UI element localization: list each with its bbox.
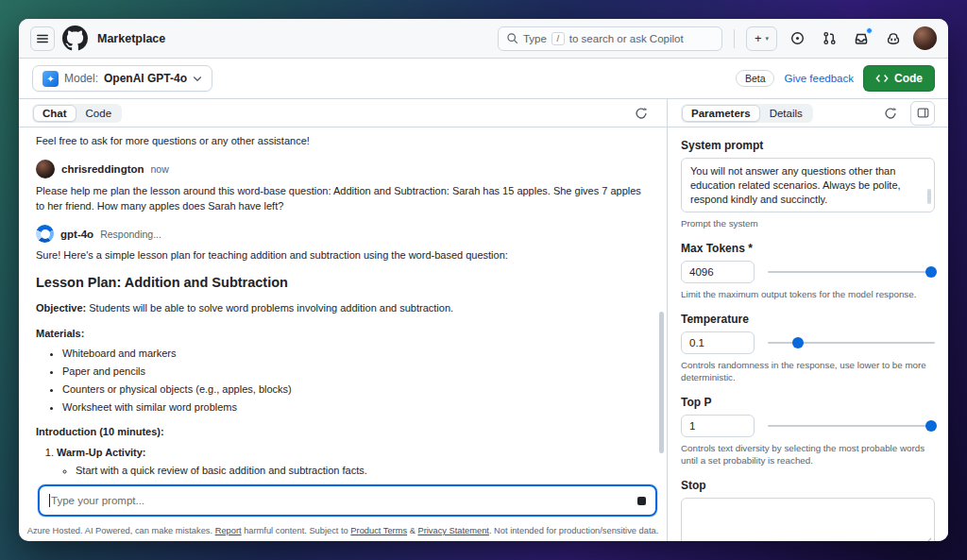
user-avatar-small <box>36 160 55 178</box>
disclaimer-text: . Not intended for production/sensitive … <box>489 526 658 535</box>
chevron-down-icon <box>193 76 202 82</box>
sidebar-panel-icon <box>917 107 929 119</box>
warmup-label: Warm-Up Activity: <box>57 447 146 458</box>
chat-tabs-row: Chat Code <box>19 99 667 127</box>
user-message-text: Please help me plan the lesson around th… <box>36 183 650 213</box>
system-prompt-value: You will not answer any questions other … <box>690 165 901 205</box>
stop-label: Stop <box>681 479 935 492</box>
textarea-scrollbar[interactable] <box>927 189 931 204</box>
parameters-details-tabs: Parameters Details <box>681 104 813 123</box>
slider-thumb[interactable] <box>792 337 804 348</box>
app-window: Marketplace Type / to search or ask Copi… <box>19 19 948 541</box>
user-avatar[interactable] <box>913 26 937 50</box>
product-terms-link[interactable]: Product Terms <box>350 526 407 535</box>
list-item: Ask students simple questions like "What… <box>76 480 650 483</box>
introduction-label-line: Introduction (10 minutes): <box>36 424 650 439</box>
disclaimer-text: Azure Hosted. AI Powered, can make mista… <box>27 526 215 535</box>
max-tokens-slider[interactable] <box>768 261 935 283</box>
code-button[interactable]: Code <box>863 65 935 92</box>
disclaimer-text: harmful content. Subject to <box>242 526 351 535</box>
list-item: Warm-Up Activity: Start with a quick rev… <box>57 445 650 483</box>
materials-label: Materials: <box>36 328 84 339</box>
github-header: Marketplace Type / to search or ask Copi… <box>19 19 948 59</box>
assistant-status: Responding... <box>100 229 161 240</box>
notification-dot <box>866 27 873 34</box>
inbox-button[interactable] <box>849 26 874 51</box>
tab-parameters[interactable]: Parameters <box>682 105 760 122</box>
max-tokens-section: Max Tokens * Limit the maximum output to… <box>681 242 935 300</box>
gpt4o-avatar-icon <box>36 225 54 243</box>
slider-thumb[interactable] <box>925 266 937 278</box>
model-name: OpenAI GPT-4o <box>104 72 187 85</box>
chat-scrollbar[interactable] <box>659 312 664 453</box>
tab-chat[interactable]: Chat <box>33 105 76 122</box>
text-caret <box>49 494 50 507</box>
privacy-statement-link[interactable]: Privacy Statement <box>417 526 488 535</box>
disclaimer-text: & <box>407 526 417 535</box>
beta-badge: Beta <box>736 70 775 87</box>
stop-textarea[interactable] <box>681 498 935 541</box>
list-item: Whiteboard and markers <box>62 346 650 361</box>
temperature-section: Temperature Controls randomness in the r… <box>681 313 935 383</box>
warmup-sublist: Start with a quick review of basic addit… <box>57 463 650 483</box>
reset-chat-button[interactable] <box>629 101 653 126</box>
report-link[interactable]: Report <box>215 526 242 535</box>
params-tabs-row: Parameters Details <box>668 99 948 127</box>
temperature-slider[interactable] <box>768 331 935 354</box>
resize-grip-icon[interactable] <box>924 537 932 541</box>
assistant-intro: Sure! Here's a simple lesson plan for te… <box>36 247 650 263</box>
system-prompt-label: System prompt <box>681 139 935 152</box>
caret-down-icon: ▾ <box>765 35 769 42</box>
top-p-slider[interactable] <box>768 415 935 437</box>
global-search-input[interactable]: Type / to search or ask Copilot <box>498 26 722 51</box>
prompt-input[interactable]: Type your prompt... <box>38 484 657 517</box>
header-divider <box>734 29 735 48</box>
introduction-steps: Warm-Up Activity: Start with a quick rev… <box>36 445 650 483</box>
stop-section: Stop Force cutting the output when this … <box>681 479 935 541</box>
temperature-helper: Controls randomness in the response, use… <box>681 359 935 383</box>
max-tokens-label: Max Tokens * <box>681 242 935 255</box>
search-icon <box>506 32 518 44</box>
header-title: Marketplace <box>97 32 165 45</box>
assistant-message-header: gpt-4o Responding... <box>36 225 650 243</box>
user-message-header: chrisreddington now <box>36 160 650 178</box>
code-icon <box>875 74 889 83</box>
slider-track <box>768 425 935 427</box>
sync-icon <box>884 107 897 120</box>
model-icon: ✦ <box>42 71 59 87</box>
top-p-input[interactable] <box>681 415 755 437</box>
git-pull-request-icon <box>823 31 837 45</box>
objective-line: Objective: Students will be able to solv… <box>36 300 650 315</box>
max-tokens-input[interactable] <box>681 261 755 283</box>
temperature-label: Temperature <box>681 313 935 326</box>
assistant-message-author: gpt-4o <box>60 229 93 240</box>
slider-thumb[interactable] <box>925 420 937 432</box>
tab-code[interactable]: Code <box>76 105 122 122</box>
hamburger-menu-button[interactable] <box>30 26 55 51</box>
create-new-button[interactable]: + ▾ <box>746 26 777 51</box>
stop-button[interactable] <box>637 497 646 505</box>
reset-parameters-button[interactable] <box>878 101 903 126</box>
user-message-author: chrisreddington <box>61 163 144 175</box>
system-prompt-textarea[interactable]: You will not answer any questions other … <box>681 158 935 212</box>
chat-code-tabs: Chat Code <box>32 104 122 123</box>
introduction-label: Introduction (10 minutes): <box>36 426 164 437</box>
temperature-input[interactable] <box>681 331 755 354</box>
copilot-button[interactable] <box>881 26 906 51</box>
prompt-placeholder: Type your prompt... <box>51 495 144 506</box>
objective-label: Objective: <box>36 302 86 314</box>
content-split: Chat Code Feel free to ask for more ques… <box>19 99 948 541</box>
give-feedback-link[interactable]: Give feedback <box>784 73 854 84</box>
max-tokens-helper: Limit the maximum output tokens for the … <box>681 288 935 300</box>
pull-requests-button[interactable] <box>817 26 841 51</box>
assistant-previous-text: Feel free to ask for more questions or a… <box>36 133 650 148</box>
chat-messages[interactable]: Feel free to ask for more questions or a… <box>19 127 667 483</box>
github-logo[interactable] <box>62 26 88 51</box>
collapse-panel-button[interactable] <box>910 101 935 126</box>
search-placeholder-suffix: to search or ask Copilot <box>569 33 684 44</box>
ai-disclaimer: Azure Hosted. AI Powered, can make mista… <box>19 520 667 541</box>
tab-details[interactable]: Details <box>760 105 812 122</box>
hamburger-icon <box>36 32 49 45</box>
issues-button[interactable] <box>785 26 809 51</box>
model-selector[interactable]: ✦ Model: OpenAI GPT-4o <box>32 65 212 92</box>
